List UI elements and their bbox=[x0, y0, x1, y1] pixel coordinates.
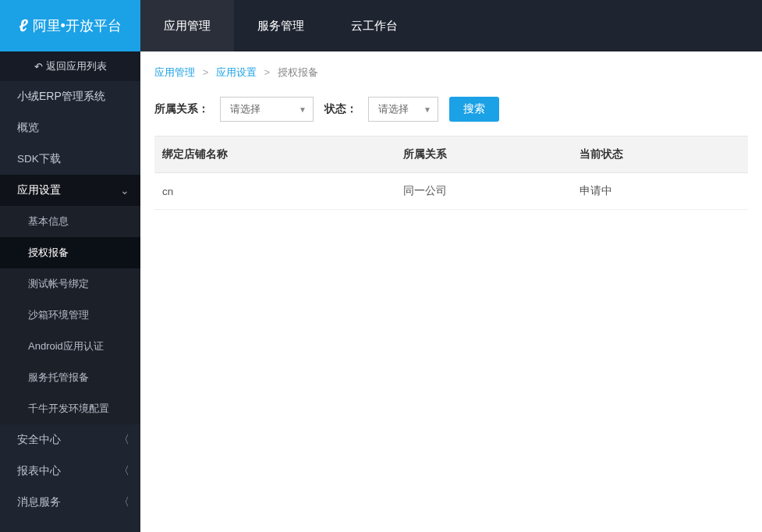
logo: ℓ 阿里•开放平台 bbox=[0, 0, 140, 51]
filter-status-select[interactable]: 请选择 ▼ bbox=[368, 97, 438, 122]
sidebar-item-security[interactable]: 安全中心 〈 bbox=[0, 424, 140, 456]
sidebar-sub-hosting-report[interactable]: 服务托管报备 bbox=[0, 362, 140, 393]
chevron-left-icon: 〈 bbox=[119, 464, 129, 478]
chevron-down-icon: ⌄ bbox=[120, 184, 129, 197]
topnav-cloud-workbench[interactable]: 云工作台 bbox=[328, 0, 421, 51]
logo-icon: ℓ bbox=[19, 16, 27, 36]
topnav-service-mgmt[interactable]: 服务管理 bbox=[234, 0, 328, 51]
sidebar-sub-sandbox[interactable]: 沙箱环境管理 bbox=[0, 300, 140, 331]
cell-shop: cn bbox=[154, 173, 395, 210]
table-row: cn 同一公司 申请中 bbox=[154, 173, 748, 210]
breadcrumb-app-mgmt[interactable]: 应用管理 bbox=[154, 66, 195, 78]
sidebar-item-overview[interactable]: 概览 bbox=[0, 112, 140, 144]
sidebar-item-sdk[interactable]: SDK下载 bbox=[0, 144, 140, 175]
filter-status-label: 状态： bbox=[324, 102, 357, 116]
sidebar-sub-test-account[interactable]: 测试帐号绑定 bbox=[0, 268, 140, 300]
sidebar-back[interactable]: ↶ 返回应用列表 bbox=[0, 51, 140, 81]
chevron-left-icon: 〈 bbox=[119, 433, 129, 447]
results-table: 绑定店铺名称 所属关系 当前状态 cn 同一公司 申请中 bbox=[154, 136, 748, 210]
chevron-left-icon: 〈 bbox=[119, 495, 129, 509]
breadcrumb-current: 授权报备 bbox=[278, 66, 318, 78]
cell-relation: 同一公司 bbox=[395, 173, 572, 210]
sidebar-item-messages[interactable]: 消息服务 〈 bbox=[0, 487, 140, 518]
sidebar-item-reports[interactable]: 报表中心 〈 bbox=[0, 456, 140, 487]
topnav: 应用管理 服务管理 云工作台 bbox=[140, 0, 762, 51]
sidebar-sub-auth-report[interactable]: 授权报备 bbox=[0, 237, 140, 268]
back-icon: ↶ bbox=[34, 61, 43, 73]
breadcrumb: 应用管理 > 应用设置 > 授权报备 bbox=[140, 51, 762, 86]
sidebar-sub-android-cert[interactable]: Android应用认证 bbox=[0, 331, 140, 362]
sidebar: ↶ 返回应用列表 小绒ERP管理系统 概览 SDK下载 应用设置 ⌄ 基本信息 … bbox=[0, 51, 140, 532]
logo-text: 阿里•开放平台 bbox=[33, 16, 122, 35]
cell-status: 申请中 bbox=[572, 173, 748, 210]
main: 应用管理 > 应用设置 > 授权报备 所属关系： 请选择 ▼ 状态： 请选择 ▼… bbox=[140, 51, 762, 532]
sidebar-app-title: 小绒ERP管理系统 bbox=[0, 81, 140, 112]
breadcrumb-app-settings[interactable]: 应用设置 bbox=[216, 66, 257, 78]
filter-relation-select[interactable]: 请选择 ▼ bbox=[220, 97, 314, 122]
th-shop: 绑定店铺名称 bbox=[154, 137, 395, 173]
sidebar-sub-app-settings: 基本信息 授权报备 测试帐号绑定 沙箱环境管理 Android应用认证 服务托管… bbox=[0, 206, 140, 424]
sidebar-sub-basic-info[interactable]: 基本信息 bbox=[0, 206, 140, 237]
filters: 所属关系： 请选择 ▼ 状态： 请选择 ▼ 搜索 bbox=[140, 86, 762, 136]
caret-down-icon: ▼ bbox=[299, 105, 307, 114]
filter-relation-label: 所属关系： bbox=[154, 102, 209, 116]
topbar: ℓ 阿里•开放平台 应用管理 服务管理 云工作台 bbox=[0, 0, 762, 51]
th-relation: 所属关系 bbox=[395, 137, 572, 173]
search-button[interactable]: 搜索 bbox=[449, 97, 499, 122]
topnav-app-mgmt[interactable]: 应用管理 bbox=[140, 0, 234, 51]
sidebar-sub-qianniu-env[interactable]: 千牛开发环境配置 bbox=[0, 393, 140, 424]
caret-down-icon: ▼ bbox=[424, 105, 431, 114]
th-status: 当前状态 bbox=[572, 137, 748, 173]
sidebar-item-app-settings[interactable]: 应用设置 ⌄ bbox=[0, 175, 140, 206]
